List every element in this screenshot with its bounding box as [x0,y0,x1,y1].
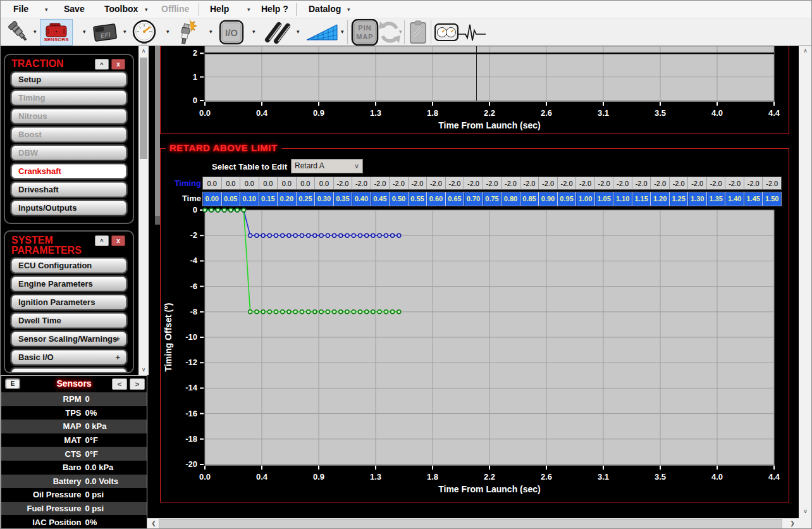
sensors-next-button[interactable]: > [130,378,145,390]
timing-cell[interactable]: 0.0 [240,177,259,189]
retard-offset-chart[interactable]: 0.00.40.91.31.82.22.63.13.54.04.40-2-4-6… [161,204,789,501]
timing-cell[interactable]: -2.0 [744,177,763,189]
timing-cell[interactable]: 0.0 [259,177,278,189]
sidebar-item-inputs-outputs[interactable]: Inputs/Outputs [11,201,126,215]
timing-cell[interactable]: -2.0 [632,177,651,189]
vertical-scrollbar[interactable]: ∧ ∨ [799,46,812,518]
timing-cell[interactable]: 0.0 [315,177,334,189]
dropdown-caret-icon[interactable]: ▾ [247,1,250,18]
sidebar-item-timing[interactable]: Timing [11,90,126,105]
menu-item-file[interactable]: File [13,1,28,18]
pulse-button[interactable] [457,19,488,46]
scroll-up-icon[interactable]: ∧ [138,46,149,56]
menu-item-toolbox[interactable]: Toolbox [104,1,138,18]
timing-cell[interactable]: -2.0 [539,177,558,189]
sidebar-item-ecu-configuration[interactable]: ECU Configuration [11,258,126,273]
launch-top-chart[interactable]: 0.00.40.91.31.82.22.63.13.54.04.4012Time… [161,46,789,134]
menu-item-help[interactable]: Help ? [261,1,288,18]
expand-plus-icon[interactable]: + [115,332,120,345]
timing-cell[interactable]: 0.0 [203,177,222,189]
timing-cell[interactable]: -2.0 [334,177,353,189]
timing-cell[interactable]: -2.0 [576,177,595,189]
sidebar-scrollbar-thumb[interactable] [140,58,147,159]
timing-cell[interactable]: -2.0 [464,177,483,189]
sidebar-item-closed-loop-learn[interactable]: Closed Loop/Learn+ [11,368,126,373]
expand-plus-icon[interactable]: + [115,369,120,373]
timing-cell[interactable]: -2.0 [595,177,614,189]
timing-cell[interactable]: -2.0 [613,177,632,189]
mini-gauges-button[interactable] [434,19,458,46]
dropdown-caret-icon[interactable]: ▾ [252,28,255,35]
panel-close-button[interactable]: x [111,235,125,246]
dropdown-caret-icon[interactable]: ▾ [145,1,148,18]
pin-map-button[interactable]: PINMAP [351,19,379,46]
timing-cell[interactable]: 0.0 [278,177,297,189]
scroll-down-icon[interactable]: ∨ [138,365,149,375]
spark-plug-button[interactable] [176,19,197,46]
timing-cell[interactable]: -2.0 [409,177,428,189]
horizontal-scrollbar[interactable]: ❮ ❯ [147,518,799,529]
sidebar-item-sensor-scaling-warnings[interactable]: Sensor Scaling/Warnings+ [11,332,126,346]
scroll-down-icon[interactable]: ∨ [799,507,812,517]
panel-collapse-button[interactable]: ^ [95,235,109,246]
timing-cell[interactable]: -2.0 [651,177,670,189]
sidebar-item-nitrous[interactable]: Nitrous [11,109,126,123]
sidebar-item-basic-i-o[interactable]: Basic I/O+ [11,350,126,364]
timing-cell[interactable]: -2.0 [427,177,446,189]
sidebar-item-driveshaft[interactable]: Driveshaft [11,182,126,197]
timing-cell[interactable]: -2.0 [352,177,371,189]
sidebar-item-dbw[interactable]: DBW [11,146,126,160]
panel-collapse-button[interactable]: ^ [95,59,109,70]
sidebar-item-boost[interactable]: Boost [11,127,126,142]
sidebar-item-dwell-time[interactable]: Dwell Time [11,313,126,328]
panel-close-button[interactable]: x [111,59,125,70]
sidebar-item-setup[interactable]: Setup [11,72,126,87]
timing-cell[interactable]: -2.0 [558,177,577,189]
timing-cell[interactable]: -2.0 [390,177,409,189]
scroll-up-icon[interactable]: ∧ [799,46,812,56]
io-button[interactable]: I/O [218,19,245,46]
dropdown-caret-icon[interactable]: ▾ [347,1,350,18]
table-select-dropdown[interactable]: Retard A ∨ [291,159,363,173]
menu-item-help[interactable]: Help [210,1,229,18]
timing-cell[interactable]: 0.0 [297,177,316,189]
dropdown-caret-icon[interactable]: ▾ [209,28,212,35]
scroll-right-icon[interactable]: ❯ [787,519,797,529]
stripes-button[interactable] [261,19,293,46]
dropdown-caret-icon[interactable]: ▾ [123,28,126,35]
dropdown-caret-icon[interactable]: ▾ [399,28,402,35]
timing-cell[interactable]: -2.0 [670,177,689,189]
dropdown-caret-icon[interactable]: ▾ [297,28,300,35]
dropdown-caret-icon[interactable]: ▾ [341,28,344,35]
sidebar-item-engine-parameters[interactable]: Engine Parameters [11,277,126,291]
menu-item-datalog[interactable]: Datalog [309,1,341,18]
mesh-table-button[interactable] [305,19,340,46]
dropdown-caret-icon[interactable]: ▾ [34,28,37,35]
timing-cell[interactable]: -2.0 [520,177,539,189]
sensors-prev-button[interactable]: < [112,378,127,390]
sidebar-scrollbar[interactable]: ∧ ∨ [138,46,149,375]
menu-item-offline[interactable]: Offline [161,1,189,18]
sidebar-item-crankshaft[interactable]: Crankshaft [11,164,126,178]
dropdown-caret-icon[interactable]: ▾ [83,28,86,35]
timing-cell[interactable]: 0.0 [222,177,241,189]
sync-button[interactable] [378,19,402,46]
efi-module-button[interactable]: EFI [90,19,120,46]
fuel-injector-button[interactable] [6,19,32,46]
sensors-ecu-button[interactable]: SENSORS [40,19,73,46]
timing-cell[interactable]: -2.0 [446,177,465,189]
scroll-left-icon[interactable]: ❮ [149,519,159,529]
clipboard-button[interactable] [408,19,428,46]
timing-cell[interactable]: -2.0 [501,177,520,189]
chevron-down-icon[interactable]: ∨ [354,159,359,173]
dropdown-caret-icon[interactable]: ▾ [166,28,169,35]
horizontal-scrollbar-thumb[interactable] [159,519,782,529]
timing-cell[interactable]: -2.0 [707,177,726,189]
gauge-button[interactable] [131,19,157,46]
timing-cell[interactable]: -2.0 [371,177,390,189]
timing-cell[interactable]: -2.0 [483,177,502,189]
timing-cell[interactable]: -2.0 [725,177,744,189]
timing-cell[interactable]: -2.0 [763,177,781,189]
timing-cell[interactable]: -2.0 [688,177,707,189]
menu-item-save[interactable]: Save [64,1,85,18]
